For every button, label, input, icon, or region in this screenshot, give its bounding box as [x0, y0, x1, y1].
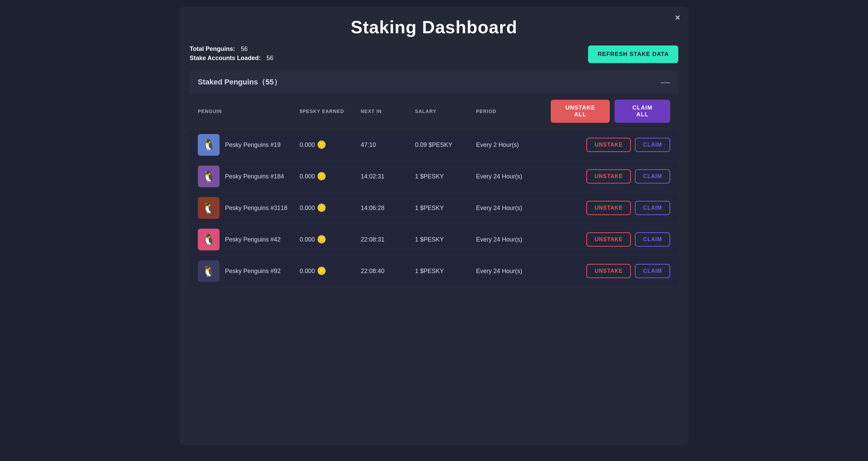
col-next-in: NEXT IN	[361, 109, 415, 114]
period-value: Every 24 Hour(s)	[476, 268, 551, 275]
avatar: 🐧	[198, 166, 220, 187]
table-rows: 🐧 Pesky Penguins #19 0.000 🪙 47:10 0.09 …	[190, 129, 678, 287]
next-in-value: 22:08:40	[361, 268, 415, 275]
penguin-cell: 🐧 Pesky Penguins #19	[198, 134, 300, 156]
unstake-button[interactable]: UNSTAKE	[586, 169, 631, 184]
coin-icon: 🪙	[317, 172, 326, 181]
stats-block: Total Penguins: 56 Stake Accounts Loaded…	[190, 45, 273, 64]
table-row: 🐧 Pesky Penguins #3118 0.000 🪙 14:06:28 …	[190, 192, 678, 224]
period-value: Every 2 Hour(s)	[476, 141, 551, 149]
next-in-value: 47:10	[361, 141, 415, 149]
penguin-name: Pesky Penguins #42	[225, 236, 281, 243]
claim-button[interactable]: CLAIM	[635, 264, 670, 278]
unstake-button[interactable]: UNSTAKE	[586, 138, 631, 152]
col-period: PERIOD	[476, 109, 551, 114]
avatar: 🐧	[198, 134, 220, 156]
earned-cell: 0.000 🪙	[300, 172, 361, 181]
page-title: Staking Dashboard	[190, 17, 678, 37]
penguin-cell: 🐧 Pesky Penguins #3118	[198, 197, 300, 219]
collapse-button[interactable]: —	[661, 77, 670, 88]
salary-value: 1 $PESKY	[415, 173, 476, 180]
header-row: Total Penguins: 56 Stake Accounts Loaded…	[190, 45, 678, 64]
unstake-button[interactable]: UNSTAKE	[586, 201, 631, 215]
col-pesky-earned: $PESKY EARNED	[300, 109, 361, 114]
penguin-cell: 🐧 Pesky Penguins #42	[198, 229, 300, 250]
action-cell: UNSTAKE CLAIM	[551, 264, 670, 278]
table-row: 🐧 Pesky Penguins #19 0.000 🪙 47:10 0.09 …	[190, 129, 678, 161]
salary-value: 1 $PESKY	[415, 205, 476, 212]
section-header: Staked Penguins（55） —	[190, 71, 678, 94]
table-row: 🐧 Pesky Penguins #42 0.000 🪙 22:08:31 1 …	[190, 224, 678, 255]
earned-value: 0.000	[300, 236, 315, 243]
stake-accounts-value: 56	[266, 55, 273, 62]
total-penguins-value: 56	[241, 45, 248, 53]
penguin-cell: 🐧 Pesky Penguins #184	[198, 166, 300, 187]
penguin-cell: 🐧 Pesky Penguins #92	[198, 260, 300, 282]
coin-icon: 🪙	[317, 235, 326, 244]
penguin-name: Pesky Penguins #92	[225, 268, 281, 275]
period-value: Every 24 Hour(s)	[476, 236, 551, 243]
action-cell: UNSTAKE CLAIM	[551, 232, 670, 247]
table-head-actions: UNSTAKE ALL CLAIM ALL	[551, 100, 670, 123]
section-title: Staked Penguins（55）	[198, 77, 281, 87]
avatar: 🐧	[198, 197, 220, 219]
unstake-button[interactable]: UNSTAKE	[586, 232, 631, 247]
earned-value: 0.000	[300, 141, 315, 149]
stake-accounts-label: Stake Accounts Loaded:	[190, 55, 261, 62]
earned-value: 0.000	[300, 268, 315, 275]
unstake-all-button[interactable]: UNSTAKE ALL	[551, 100, 610, 123]
earned-cell: 0.000 🪙	[300, 267, 361, 275]
action-cell: UNSTAKE CLAIM	[551, 201, 670, 215]
coin-icon: 🪙	[317, 267, 326, 275]
staking-dashboard-modal: × Staking Dashboard Total Penguins: 56 S…	[180, 7, 688, 445]
salary-value: 1 $PESKY	[415, 268, 476, 275]
claim-button[interactable]: CLAIM	[635, 138, 670, 152]
avatar: 🐧	[198, 229, 220, 250]
table-row: 🐧 Pesky Penguins #184 0.000 🪙 14:02:31 1…	[190, 161, 678, 192]
claim-all-button[interactable]: CLAIM ALL	[615, 100, 670, 123]
unstake-button[interactable]: UNSTAKE	[586, 264, 631, 278]
close-button[interactable]: ×	[675, 13, 680, 22]
period-value: Every 24 Hour(s)	[476, 173, 551, 180]
table-header: PENGUIN $PESKY EARNED NEXT IN SALARY PER…	[190, 94, 678, 129]
staking-table: PENGUIN $PESKY EARNED NEXT IN SALARY PER…	[190, 94, 678, 287]
earned-cell: 0.000 🪙	[300, 140, 361, 149]
action-cell: UNSTAKE CLAIM	[551, 169, 670, 184]
total-penguins-label: Total Penguins:	[190, 45, 235, 53]
coin-icon: 🪙	[317, 204, 326, 212]
next-in-value: 22:08:31	[361, 236, 415, 243]
next-in-value: 14:02:31	[361, 173, 415, 180]
earned-value: 0.000	[300, 205, 315, 212]
claim-button[interactable]: CLAIM	[635, 201, 670, 215]
coin-icon: 🪙	[317, 140, 326, 149]
next-in-value: 14:06:28	[361, 205, 415, 212]
earned-cell: 0.000 🪙	[300, 204, 361, 212]
refresh-stake-data-button[interactable]: REFRESH STAKE DATA	[588, 45, 678, 63]
salary-value: 1 $PESKY	[415, 236, 476, 243]
earned-cell: 0.000 🪙	[300, 235, 361, 244]
salary-value: 0.09 $PESKY	[415, 141, 476, 149]
table-row: 🐧 Pesky Penguins #92 0.000 🪙 22:08:40 1 …	[190, 255, 678, 287]
penguin-name: Pesky Penguins #3118	[225, 205, 287, 212]
avatar: 🐧	[198, 260, 220, 282]
period-value: Every 24 Hour(s)	[476, 205, 551, 212]
claim-button[interactable]: CLAIM	[635, 232, 670, 247]
earned-value: 0.000	[300, 173, 315, 180]
claim-button[interactable]: CLAIM	[635, 169, 670, 184]
penguin-name: Pesky Penguins #184	[225, 173, 284, 180]
col-penguin: PENGUIN	[198, 109, 300, 114]
penguin-name: Pesky Penguins #19	[225, 141, 281, 149]
col-salary: SALARY	[415, 109, 476, 114]
action-cell: UNSTAKE CLAIM	[551, 138, 670, 152]
